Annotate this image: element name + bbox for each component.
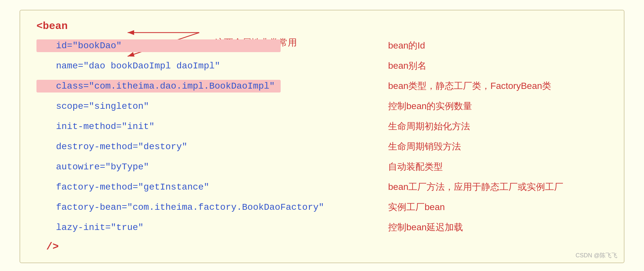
- attr-code-cell: id="bookDao": [36, 39, 329, 52]
- attribute-row: init-method="init"生命周期初始化方法: [36, 116, 608, 136]
- attr-code-cell: autowire="byType": [36, 162, 329, 172]
- attr-description: 生命周期初始化方法: [388, 120, 470, 133]
- attribute-row: scope="singleton"控制bean的实例数量: [36, 96, 608, 116]
- attr-code: autowire="byType": [36, 162, 281, 172]
- attr-code: factory-method="getInstance": [36, 182, 281, 192]
- attr-code: class="com.itheima.dao.impl.BookDaoImpl": [36, 80, 281, 93]
- attr-description: bean类型，静态工厂类，FactoryBean类: [388, 80, 551, 92]
- attribute-row: id="bookDao"bean的Id: [36, 36, 608, 56]
- attribute-row: name="dao bookDaoImpl daoImpl"bean别名: [36, 56, 608, 76]
- attr-code: lazy-init="true": [36, 222, 281, 233]
- attribute-row: lazy-init="true"控制bean延迟加载: [36, 217, 608, 237]
- attr-code: destroy-method="destory": [36, 142, 281, 152]
- attr-code-cell: destroy-method="destory": [36, 142, 329, 152]
- attr-code-cell: class="com.itheima.dao.impl.BookDaoImpl": [36, 80, 329, 93]
- attr-description: 自动装配类型: [388, 161, 443, 173]
- attr-code: name="dao bookDaoImpl daoImpl": [36, 61, 281, 71]
- tag-close: />: [36, 241, 608, 253]
- attr-description: bean工厂方法，应用于静态工厂或实例工厂: [388, 181, 563, 193]
- attr-code: scope="singleton": [36, 101, 281, 111]
- attr-code-cell: factory-method="getInstance": [36, 182, 329, 192]
- attribute-row: factory-method="getInstance"bean工厂方法，应用于…: [36, 177, 608, 197]
- attribute-row: destroy-method="destory"生命周期销毁方法: [36, 136, 608, 157]
- watermark: CSDN @陈飞飞: [576, 251, 617, 259]
- tag-open: <bean: [36, 20, 608, 32]
- content-panel: <bean 这两个属性非常常用 id="bookDao"bean的Idname=…: [20, 10, 624, 263]
- attribute-row: autowire="byType"自动装配类型: [36, 157, 608, 177]
- main-container: <bean 这两个属性非常常用 id="bookDao"bean的Idname=…: [0, 0, 644, 271]
- attr-description: bean别名: [388, 60, 427, 72]
- attr-code-cell: factory-bean="com.itheima.factory.BookDa…: [36, 202, 329, 212]
- attr-description: 控制bean延迟加载: [388, 221, 463, 234]
- attr-code-cell: init-method="init": [36, 121, 329, 132]
- attr-description: 生命周期销毁方法: [388, 140, 461, 153]
- attr-code-cell: lazy-init="true": [36, 222, 329, 233]
- attributes-list: id="bookDao"bean的Idname="dao bookDaoImpl…: [36, 36, 608, 237]
- attr-code-cell: scope="singleton": [36, 101, 329, 111]
- attr-code-cell: name="dao bookDaoImpl daoImpl": [36, 61, 329, 71]
- attr-description: 控制bean的实例数量: [388, 100, 472, 112]
- attribute-row: factory-bean="com.itheima.factory.BookDa…: [36, 197, 608, 217]
- attr-code: init-method="init": [36, 121, 281, 132]
- attr-code: factory-bean="com.itheima.factory.BookDa…: [36, 202, 324, 212]
- attr-description: bean的Id: [388, 39, 425, 52]
- attribute-row: class="com.itheima.dao.impl.BookDaoImpl"…: [36, 76, 608, 96]
- attr-description: 实例工厂bean: [388, 201, 445, 213]
- attr-code: id="bookDao": [36, 39, 281, 52]
